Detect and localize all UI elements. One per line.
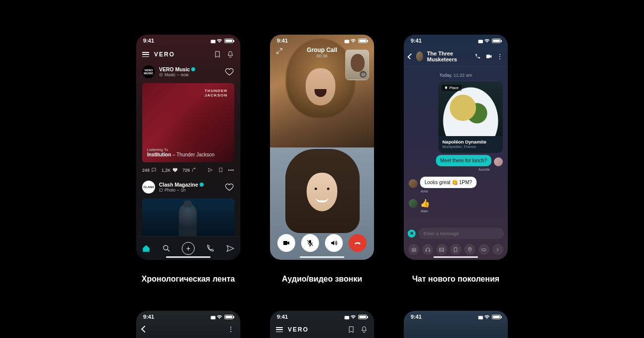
cellular-icon [478,314,482,320]
status-time: 9:41 [143,314,154,320]
reaction[interactable]: 👍 [420,198,430,208]
post-username[interactable]: Clash Magazine [159,182,204,188]
svg-point-10 [469,248,470,249]
phone-chat: 9:41 The Three Musketeers ⋮ [404,35,508,260]
svg-rect-8 [440,248,444,251]
wifi-icon [350,39,356,43]
speaker-button[interactable] [325,234,343,252]
svg-point-5 [413,249,415,250]
avatar[interactable]: CLASH [142,181,155,193]
phone-peek: 9:41 VERO [270,311,374,338]
search-icon[interactable] [162,244,171,253]
location-icon[interactable] [464,244,475,255]
status-time: 9:41 [277,314,288,320]
cellular-icon [344,38,348,44]
sender-avatar[interactable] [409,199,418,208]
close-icon[interactable]: ✕ [408,230,416,238]
wifi-icon [484,315,490,319]
caption-calls: Аудио/видео звонки [282,275,362,284]
status-time: 9:41 [411,314,422,320]
status-bar: 9:41 [270,35,374,47]
wifi-icon [216,315,222,319]
place-card[interactable]: Place Napoléon Dynamite Montpellier, Fra… [438,82,503,153]
compose-button[interactable]: + [182,242,195,255]
back-icon[interactable] [408,53,414,59]
cellular-icon [344,314,348,320]
likes-count[interactable]: 1,2K [161,167,178,173]
phone-icon[interactable] [206,244,215,253]
phone-feed: 9:41 VERO [136,35,240,260]
back-icon[interactable] [141,326,148,333]
send-icon[interactable] [208,167,213,173]
chat-header: The Three Musketeers ⋮ [404,47,508,67]
bookmark-small-icon[interactable] [218,167,223,173]
message-in[interactable]: Looks great 😋 1PM? [420,177,477,188]
post-actions: 248 1,2K 726 ••• [136,162,240,175]
caption-feed: Хронологическая лента [142,275,235,284]
call-icon[interactable] [474,53,481,60]
battery-icon [224,315,233,319]
sender-avatar[interactable] [409,179,418,188]
phone-peek: 9:41 [404,311,508,338]
menu-icon[interactable] [276,327,283,332]
battery-icon [492,315,501,319]
book-icon[interactable] [450,244,461,255]
more-icon[interactable]: ••• [228,168,234,173]
place-location: Montpellier, France [442,145,499,149]
end-call-button[interactable] [349,234,367,252]
cellular-icon [211,314,215,320]
more-icon[interactable]: ⋮ [497,53,503,59]
album-art[interactable]: THUNDERJACKSON Listening To Institution … [142,83,234,162]
phone-peek: 9:41 ⋮ [136,311,240,338]
camera-icon[interactable] [408,244,419,255]
bell-icon[interactable] [360,326,368,334]
avatar[interactable]: VEROMUSIC [142,65,155,78]
video-icon[interactable] [485,53,493,60]
chat-avatar[interactable] [416,51,423,61]
wifi-icon [216,39,222,43]
svg-rect-9 [454,247,457,251]
comments-count[interactable]: 248 [142,167,157,173]
battery-icon [358,39,367,43]
more-icon[interactable]: ⋮ [227,326,234,333]
wifi-icon [350,315,356,319]
svg-rect-6 [426,250,427,251]
home-icon[interactable] [142,244,151,253]
mute-button[interactable] [301,234,319,252]
image-icon[interactable] [436,244,447,255]
sender-name: Alan [421,209,503,213]
flip-camera-icon[interactable] [360,71,367,78]
like-icon[interactable] [224,67,234,76]
shares-count[interactable]: 726 [183,167,197,173]
battery-icon [492,39,501,43]
chat-body: Today, 11:22 am Place Napoléon Dynamite … [404,67,508,225]
self-view[interactable] [345,49,369,80]
game-icon[interactable] [479,244,489,255]
menu-icon[interactable] [142,52,149,57]
share-icon[interactable] [226,244,235,253]
call-controls [270,234,374,252]
status-time: 9:41 [411,38,422,44]
sender-name: Ariel [421,189,503,193]
place-tag: Place [441,85,462,91]
headphones-icon[interactable] [422,244,433,255]
message-out[interactable]: Meet there for lunch? [436,155,492,166]
bell-icon[interactable] [226,50,234,58]
camera-button[interactable] [277,234,295,252]
post-username[interactable]: VERO Music [159,66,195,72]
bookmark-icon[interactable] [347,326,355,334]
home-indicator [433,256,478,258]
chat-title[interactable]: The Three Musketeers [427,50,466,62]
message-input[interactable] [419,228,504,239]
svg-rect-11 [482,248,485,250]
like-icon[interactable] [224,183,234,192]
post-photo[interactable] [142,198,234,236]
sender-avatar[interactable] [494,157,503,166]
brand-logo: VERO [288,326,309,333]
more-attach-icon[interactable] [492,244,503,255]
feed-post: CLASH Clash Magazine Photo – 1h [136,178,240,236]
status-bar: 9:41 [404,311,508,323]
status-bar: 9:41 [136,311,240,323]
brand-logo: VERO [154,51,175,58]
bookmark-icon[interactable] [214,50,221,58]
